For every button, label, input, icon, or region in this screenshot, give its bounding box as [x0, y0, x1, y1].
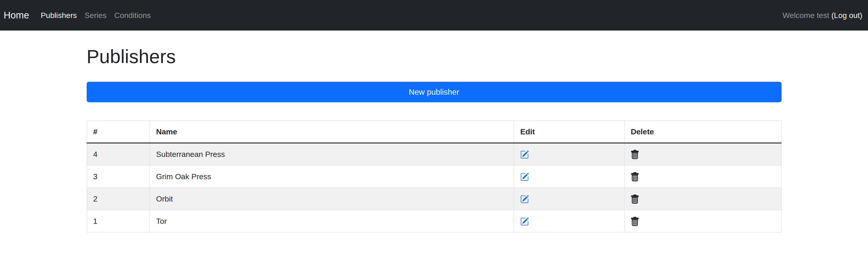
pencil-square-icon: [520, 172, 529, 180]
navbar-brand-home[interactable]: Home: [4, 10, 29, 21]
delete-button[interactable]: [631, 149, 639, 159]
cell-id: 1: [87, 210, 150, 232]
new-publisher-button[interactable]: New publisher: [87, 82, 781, 102]
cell-name: Subterranean Press: [150, 143, 514, 165]
col-header-delete: Delete: [624, 121, 781, 143]
cell-edit: [514, 188, 624, 210]
trash-icon: [631, 194, 639, 202]
nav-link-publishers[interactable]: Publishers: [37, 11, 81, 20]
table-row: 3 Grim Oak Press: [87, 165, 781, 188]
table-row: 2 Orbit: [87, 188, 781, 210]
navbar-user-area: Welcome test (Log out): [782, 11, 862, 20]
table-row: 4 Subterranean Press: [87, 143, 781, 165]
cell-delete: [624, 165, 781, 188]
navbar: Home Publishers Series Conditions Welcom…: [0, 0, 868, 30]
cell-id: 4: [87, 143, 150, 165]
logout-link[interactable]: (Log out): [831, 11, 862, 20]
pencil-square-icon: [520, 194, 529, 203]
page-title: Publishers: [87, 45, 781, 69]
cell-name: Orbit: [150, 188, 514, 210]
pencil-square-icon: [520, 216, 529, 225]
nav-link-conditions[interactable]: Conditions: [110, 11, 155, 20]
table-header-row: # Name Edit Delete: [87, 121, 781, 143]
navbar-links: Publishers Series Conditions: [37, 11, 155, 20]
cell-delete: [624, 188, 781, 210]
edit-button[interactable]: [520, 195, 529, 203]
cell-name: Grim Oak Press: [150, 165, 514, 188]
nav-link-series[interactable]: Series: [81, 11, 110, 20]
edit-button[interactable]: [520, 217, 529, 226]
col-header-id: #: [87, 121, 150, 143]
trash-icon: [631, 149, 639, 158]
cell-id: 3: [87, 165, 150, 188]
cell-name: Tor: [150, 210, 514, 232]
cell-delete: [624, 210, 781, 232]
edit-button[interactable]: [520, 150, 529, 159]
edit-button[interactable]: [520, 172, 529, 181]
welcome-text: Welcome test: [782, 11, 829, 20]
publishers-table: # Name Edit Delete 4 Subterranean Press: [87, 120, 781, 233]
delete-button[interactable]: [631, 172, 639, 182]
pencil-square-icon: [520, 149, 529, 158]
table-row: 1 Tor: [87, 210, 781, 232]
table-body: 4 Subterranean Press: [87, 143, 781, 232]
delete-button[interactable]: [631, 194, 639, 204]
col-header-edit: Edit: [514, 121, 624, 143]
cell-edit: [514, 143, 624, 165]
delete-button[interactable]: [631, 217, 639, 226]
cell-edit: [514, 210, 624, 232]
cell-edit: [514, 165, 624, 188]
trash-icon: [631, 216, 639, 225]
cell-id: 2: [87, 188, 150, 210]
main-content: Publishers New publisher # Name Edit Del…: [87, 45, 781, 233]
cell-delete: [624, 143, 781, 165]
col-header-name: Name: [150, 121, 514, 143]
trash-icon: [631, 171, 639, 180]
